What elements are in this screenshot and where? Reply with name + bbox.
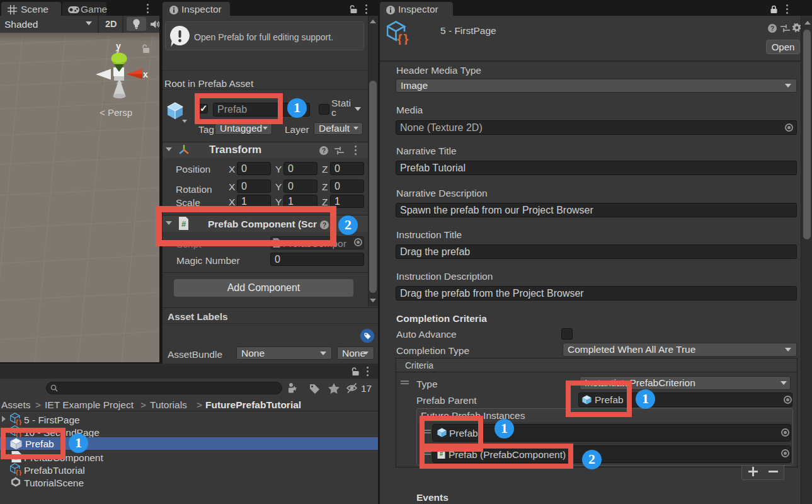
svg-text:< Persp: < Persp xyxy=(100,107,132,118)
svg-text:?: ? xyxy=(322,147,326,154)
svg-text:?: ? xyxy=(770,25,774,32)
svg-text:x: x xyxy=(143,69,148,79)
